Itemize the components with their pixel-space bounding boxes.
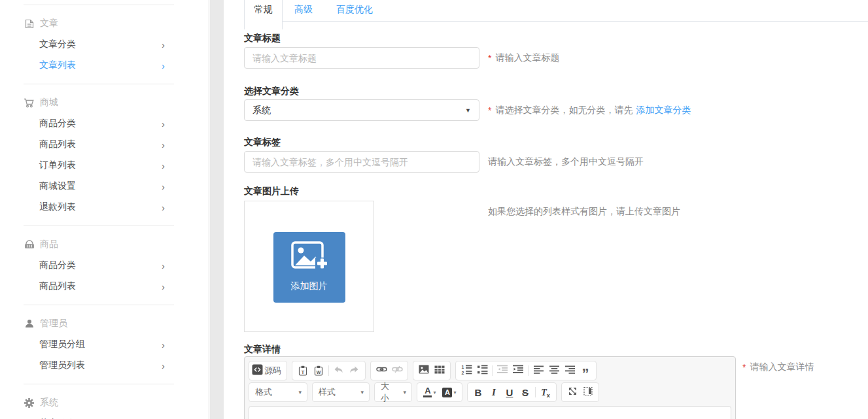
style-dropdown[interactable]: 样式 ▾: [312, 382, 370, 402]
chevron-right-icon: ›: [162, 260, 165, 271]
sidebar-item-admin-group[interactable]: 管理员分组 ›: [24, 334, 174, 355]
sidebar-header-admin[interactable]: 管理员: [24, 313, 174, 334]
sidebar: 文章 文章分类 › 文章列表 › 商城: [0, 0, 209, 419]
toolbar-group-basicstyles: B I U S Tx: [467, 382, 557, 402]
sidebar-header-label: 管理员: [40, 318, 67, 329]
toolbar-group-links: [370, 361, 408, 380]
caret-down-icon: ▾: [394, 389, 409, 395]
sidebar-header-mall[interactable]: 商城: [24, 92, 174, 113]
maximize-button[interactable]: [564, 384, 580, 400]
sidebar-header-label: 商品: [40, 239, 58, 250]
insert-table-button[interactable]: [432, 363, 447, 378]
format-dropdown[interactable]: 格式 ▾: [249, 382, 307, 402]
align-center-button[interactable]: [546, 363, 562, 378]
page: 文章 文章分类 › 文章列表 › 商城: [0, 0, 868, 419]
table-icon: [434, 365, 445, 377]
source-button[interactable]: 源码: [252, 363, 284, 378]
paste-text-icon: T: [302, 369, 305, 375]
image-plus-icon: [290, 241, 328, 276]
article-title-input[interactable]: [244, 47, 479, 69]
toolbar-separator: [528, 365, 529, 376]
sidebar-item-admin-list[interactable]: 管理员列表 ›: [24, 355, 174, 376]
bg-color-button[interactable]: A ▾: [440, 384, 459, 400]
editor-content-area[interactable]: [249, 406, 731, 419]
article-image-label: 文章图片上传: [244, 186, 299, 197]
article-tags-input[interactable]: [244, 151, 479, 173]
chevron-right-icon: ›: [162, 202, 165, 213]
editor-toolbar-row-1: 源码 T W: [249, 361, 731, 380]
tab-general[interactable]: 常规: [244, 0, 283, 29]
sidebar-item-article-list[interactable]: 文章列表 ›: [24, 55, 174, 76]
size-dropdown[interactable]: 大小 ▾: [374, 382, 412, 402]
align-right-button[interactable]: [562, 363, 578, 378]
show-blocks-icon: [583, 386, 593, 399]
toolbar-group-clipboard: T W: [292, 361, 366, 380]
sidebar-section-admin: 管理员 管理员分组 › 管理员列表 ›: [24, 305, 174, 384]
sidebar-item-goods-category[interactable]: 商品分类 ›: [24, 113, 174, 134]
paste-text-button[interactable]: T: [295, 363, 311, 378]
align-left-button[interactable]: [530, 363, 546, 378]
toolbar-group-source: 源码: [249, 361, 287, 380]
article-tags-hint: 请输入文章标签，多个用中文逗号隔开: [488, 151, 644, 173]
blockquote-button[interactable]: ”: [578, 363, 593, 378]
unlink-button[interactable]: [389, 363, 405, 378]
sidebar-header-article[interactable]: 文章: [24, 13, 174, 34]
category-select[interactable]: 系统 ▼: [244, 99, 479, 121]
editor-toolbar-row-2: 格式 ▾ 样式 ▾ 大小 ▾ A: [249, 382, 731, 402]
underline-button[interactable]: U: [502, 384, 517, 400]
source-code-icon: [252, 364, 263, 378]
sidebar-header-system[interactable]: 系统: [24, 392, 174, 413]
sidebar-item-article-category[interactable]: 文章分类 ›: [24, 34, 174, 55]
bold-button[interactable]: B: [470, 384, 486, 400]
sidebar-item-refund-list[interactable]: 退款列表 ›: [24, 197, 174, 218]
image-icon: [419, 365, 429, 377]
svg-text:2: 2: [461, 371, 464, 375]
text-color-icon: A: [423, 387, 432, 397]
ordered-list-button[interactable]: 12: [459, 363, 474, 378]
redo-button[interactable]: [347, 363, 362, 378]
caret-down-icon: ▾: [453, 390, 456, 395]
insert-image-button[interactable]: [416, 363, 432, 378]
sidebar-item-order-list[interactable]: 订单列表 ›: [24, 155, 174, 176]
add-category-link[interactable]: 添加文章分类: [636, 105, 691, 116]
add-image-button[interactable]: 添加图片: [273, 232, 345, 303]
tab-advanced[interactable]: 高级: [294, 0, 313, 29]
user-icon: [24, 319, 35, 328]
sidebar-section-mall: 商城 商品分类 › 商品列表 › 订单列表 › 商城设置 ›: [24, 84, 174, 226]
bullet-list-button[interactable]: [474, 363, 490, 378]
tab-baidu-seo[interactable]: 百度优化: [336, 0, 373, 29]
chevron-right-icon: ›: [162, 339, 165, 350]
source-label: 源码: [264, 365, 281, 377]
paste-word-button[interactable]: W: [311, 363, 326, 378]
indent-button[interactable]: [510, 363, 526, 378]
main-panel: 常规 高级 百度优化 文章标题 * 请输入文章标题 选择文章分类 系统 ▼ * …: [224, 0, 868, 419]
required-mark: *: [742, 362, 746, 373]
toolbar-group-paragraph: 12: [455, 361, 597, 380]
undo-button[interactable]: [331, 363, 347, 378]
text-color-button[interactable]: A ▾: [420, 384, 440, 400]
chevron-right-icon: ›: [162, 118, 165, 129]
rich-text-editor: 源码 T W: [244, 356, 736, 419]
ordered-list-icon: 12: [461, 364, 472, 377]
sidebar-item-product-category[interactable]: 商品分类 ›: [24, 255, 174, 276]
strikethrough-button[interactable]: S: [517, 384, 533, 400]
sidebar-header-product[interactable]: 商品: [24, 234, 174, 255]
unlink-icon: [392, 364, 403, 377]
outdent-button[interactable]: [495, 363, 510, 378]
image-upload-dropzone[interactable]: 添加图片: [244, 201, 374, 332]
required-mark: *: [488, 53, 491, 63]
italic-button[interactable]: I: [486, 384, 502, 400]
sidebar-item-product-list[interactable]: 商品列表 ›: [24, 276, 174, 297]
sidebar-item-mall-settings[interactable]: 商城设置 ›: [24, 176, 174, 197]
link-button[interactable]: [373, 363, 389, 378]
blockquote-icon: ”: [582, 364, 589, 377]
chevron-right-icon: ›: [162, 360, 165, 371]
align-center-icon: [549, 365, 559, 377]
article-title-hint: * 请输入文章标题: [488, 47, 559, 69]
remove-format-icon: Tx: [541, 386, 550, 399]
tab-bar: 常规 高级 百度优化: [224, 0, 868, 29]
sidebar-item-basic-info[interactable]: 基本信息 ›: [24, 413, 174, 419]
remove-format-button[interactable]: Tx: [538, 384, 553, 400]
show-blocks-button[interactable]: [580, 384, 596, 400]
sidebar-item-goods-list[interactable]: 商品列表 ›: [24, 134, 174, 155]
